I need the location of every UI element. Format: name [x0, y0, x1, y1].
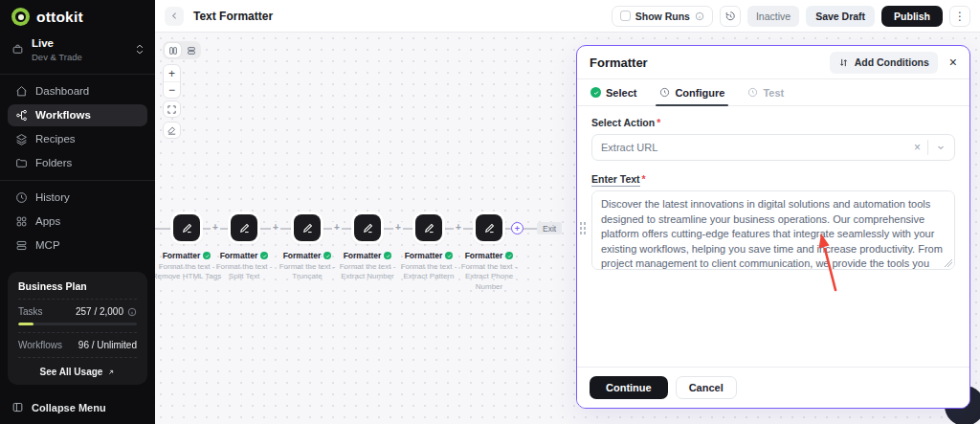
- divider: [0, 180, 155, 181]
- formatter-node-button[interactable]: [354, 214, 381, 241]
- show-runs-toggle[interactable]: Show Runs: [612, 6, 713, 27]
- server-icon: [15, 239, 28, 252]
- sidebar-item-dashboard[interactable]: Dashboard: [8, 80, 147, 102]
- columns-icon: [168, 46, 178, 56]
- required-marker: *: [642, 173, 646, 185]
- node-title: Formatter: [163, 251, 201, 260]
- fit-screen-icon: [167, 104, 177, 115]
- collapse-menu-label: Collapse Menu: [32, 402, 106, 413]
- textarea-resize-handle[interactable]: [945, 259, 952, 267]
- sidebar-item-recipes[interactable]: Recipes: [8, 128, 147, 150]
- show-runs-checkbox[interactable]: [620, 11, 631, 21]
- tab-test[interactable]: Test: [747, 79, 784, 105]
- panel-title: Formatter: [590, 56, 648, 70]
- zoom-controls: + −: [163, 64, 181, 99]
- workspace-name: Live: [32, 37, 128, 51]
- zoom-in-button[interactable]: +: [164, 65, 180, 81]
- vertical-layout-button[interactable]: [165, 43, 181, 57]
- more-options-button[interactable]: ⋮: [949, 6, 970, 27]
- fit-view-button[interactable]: [163, 100, 181, 118]
- zoom-out-button[interactable]: −: [164, 81, 180, 98]
- logo-text: ottokit: [36, 9, 83, 26]
- enter-text-label: Enter Text*: [591, 173, 955, 185]
- formatter-node-button[interactable]: [173, 214, 200, 241]
- workflows-usage-value: 96 / Unlimited: [78, 340, 137, 350]
- topbar: Text Formatter Show Runs Inactive Save D…: [155, 0, 980, 33]
- home-icon: [15, 85, 28, 98]
- workspace-switcher[interactable]: Live Dev & Trade: [0, 32, 155, 70]
- info-icon[interactable]: [695, 11, 704, 21]
- ottokit-logo-icon: [11, 8, 30, 26]
- cancel-button[interactable]: Cancel: [676, 376, 737, 399]
- primary-nav: Dashboard Workflows Recipes Folders: [0, 80, 155, 176]
- select-action-dropdown[interactable]: Extract URL ×: [591, 134, 955, 161]
- select-action-label: Select Action*: [591, 117, 955, 128]
- select-action-value: Extract URL: [601, 142, 907, 153]
- app-logo[interactable]: ottokit: [0, 0, 155, 32]
- check-circle-icon: [590, 87, 601, 98]
- sidebar-item-history[interactable]: History: [8, 187, 147, 209]
- clock-icon: [659, 87, 670, 98]
- formatter-node-button[interactable]: [294, 214, 321, 241]
- history-clock-icon: [724, 11, 736, 22]
- back-button[interactable]: [165, 7, 184, 26]
- info-icon[interactable]: [127, 307, 137, 317]
- show-runs-label: Show Runs: [635, 11, 690, 22]
- panel-resize-grip[interactable]: [579, 221, 587, 235]
- divider: [18, 332, 137, 333]
- sidebar-item-mcp[interactable]: MCP: [8, 234, 147, 257]
- workflow-canvas[interactable]: + − Formatter Format the text - Remove H…: [155, 33, 980, 424]
- divider: [0, 74, 155, 75]
- success-check-icon: [260, 252, 268, 259]
- chevron-down-icon[interactable]: [928, 143, 946, 152]
- node-title: Formatter: [405, 251, 443, 260]
- clear-canvas-button[interactable]: [163, 122, 181, 139]
- formatter-node-button[interactable]: [231, 214, 257, 241]
- see-all-usage-link[interactable]: See All Usage: [18, 365, 137, 377]
- pencil-icon: [181, 222, 193, 234]
- layout-direction-toggle: [163, 41, 201, 59]
- sidebar-item-workflows[interactable]: Workflows: [8, 104, 147, 126]
- plan-usage-card: Business Plan Tasks 257 / 2,000 Workflow…: [8, 272, 147, 385]
- horizontal-layout-button[interactable]: [183, 43, 199, 57]
- workflow-icon: [15, 109, 28, 122]
- enter-text-input[interactable]: Discover the latest innovations in digit…: [591, 190, 955, 270]
- tasks-value: 257 / 2,000: [76, 306, 123, 317]
- divider: [18, 357, 137, 358]
- eraser-icon: [167, 125, 177, 136]
- workspace-subtitle: Dev & Trade: [32, 52, 128, 62]
- sidebar-item-label: History: [35, 191, 70, 203]
- run-history-button[interactable]: [720, 6, 741, 27]
- clock-icon: [15, 191, 28, 204]
- pencil-icon: [483, 222, 496, 234]
- sidebar-item-label: Folders: [35, 157, 72, 168]
- external-link-icon: [107, 368, 115, 376]
- node-description: Format the text - Split Text: [208, 262, 280, 282]
- continue-button[interactable]: Continue: [590, 376, 668, 399]
- sidebar-item-apps[interactable]: Apps: [8, 211, 147, 233]
- add-conditions-button[interactable]: Add Conditions: [830, 52, 938, 74]
- success-check-icon: [384, 252, 391, 259]
- clear-selection-icon[interactable]: ×: [907, 141, 927, 154]
- formatter-node-button[interactable]: [415, 214, 442, 241]
- save-draft-button[interactable]: Save Draft: [806, 6, 875, 27]
- plan-title: Business Plan: [18, 280, 137, 292]
- collapse-menu-button[interactable]: Collapse Menu: [0, 392, 155, 424]
- folder-icon: [15, 157, 28, 169]
- publish-button[interactable]: Publish: [881, 6, 943, 27]
- workflows-usage-label: Workflows: [18, 340, 62, 350]
- rows-icon: [187, 46, 196, 56]
- sidebar-item-folders[interactable]: Folders: [8, 152, 147, 174]
- node-title: Formatter: [283, 251, 322, 260]
- node-title: Formatter: [344, 251, 382, 260]
- briefcase-icon: [11, 43, 24, 56]
- chevron-updown-icon: [136, 44, 144, 55]
- close-icon[interactable]: ×: [949, 56, 957, 69]
- sidebar-item-label: Dashboard: [35, 85, 89, 97]
- insert-step-button[interactable]: +: [511, 222, 523, 234]
- sidebar: ottokit Live Dev & Trade Dashboard Workf…: [0, 0, 155, 424]
- formatter-node-button[interactable]: [476, 214, 502, 241]
- tab-select[interactable]: Select: [590, 79, 636, 105]
- tab-configure[interactable]: Configure: [659, 79, 724, 105]
- pencil-icon: [362, 222, 374, 234]
